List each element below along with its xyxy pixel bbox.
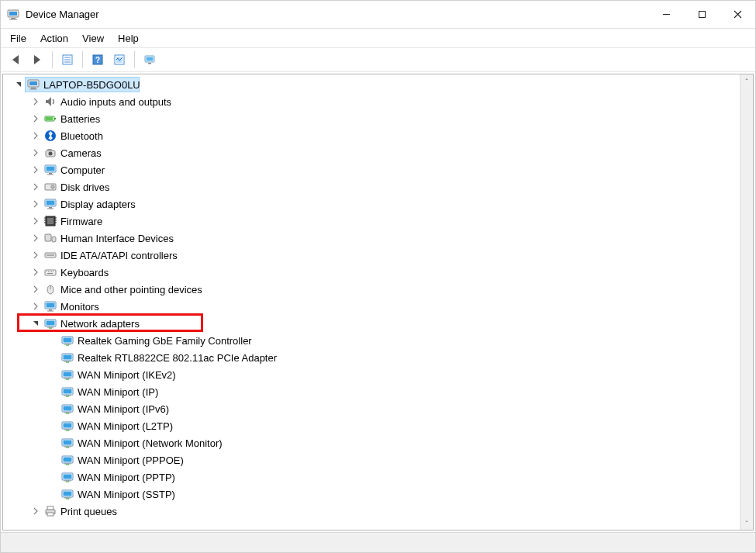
minimize-button[interactable] <box>648 1 684 28</box>
tree-category-ide-ata-atapi-controllers[interactable]: IDE ATA/ATAPI controllers <box>3 247 740 264</box>
cameras-icon <box>43 146 57 160</box>
chevron-right-icon[interactable] <box>29 505 42 517</box>
tree-category-print-queues[interactable]: Print queues <box>3 503 740 520</box>
computer-icon <box>43 163 57 177</box>
network-adapter-icon <box>60 470 74 484</box>
display-adapters-icon <box>43 197 57 211</box>
tree-category-human-interface-devices[interactable]: Human Interface Devices <box>3 230 740 247</box>
network-adapters-icon <box>43 316 57 330</box>
toolbar <box>1 47 755 72</box>
tree-category-bluetooth[interactable]: Bluetooth <box>3 127 740 144</box>
tree-device-label: WAN Miniport (SSTP) <box>78 489 175 500</box>
app-icon <box>7 9 19 21</box>
window-title: Device Manager <box>26 9 99 20</box>
scan-button[interactable] <box>109 50 129 70</box>
tree-category-keyboards[interactable]: Keyboards <box>3 264 740 281</box>
tree-device-label: Realtek Gaming GbE Family Controller <box>78 335 252 347</box>
tree-category-label: Batteries <box>60 113 100 125</box>
disk-drives-icon <box>43 180 57 194</box>
tree-device[interactable]: WAN Miniport (IP) <box>3 383 740 400</box>
tree-category-label: Audio inputs and outputs <box>60 96 171 108</box>
properties-button[interactable] <box>57 50 78 70</box>
tree-device-label: Realtek RTL8822CE 802.11ac PCIe Adapter <box>78 352 277 364</box>
tree-device[interactable]: WAN Miniport (IPv6) <box>3 400 740 417</box>
network-adapter-icon <box>60 334 74 347</box>
tree-device[interactable]: WAN Miniport (L2TP) <box>3 417 740 434</box>
view-devices-button[interactable] <box>140 50 160 70</box>
vertical-scrollbar[interactable]: ˆ ˇ <box>740 74 753 530</box>
tree-device[interactable]: WAN Miniport (Network Monitor) <box>3 434 740 451</box>
tree-category-display-adapters[interactable]: Display adapters <box>3 195 740 213</box>
chevron-right-icon[interactable] <box>29 181 42 193</box>
network-adapter-icon <box>60 453 74 467</box>
mice-and-other-pointing-devices-icon <box>43 282 57 296</box>
tree-device[interactable]: Realtek Gaming GbE Family Controller <box>3 332 740 349</box>
tree-category-label: Mice and other pointing devices <box>60 284 202 296</box>
menu-help[interactable]: Help <box>113 31 148 46</box>
tree-device-label: WAN Miniport (L2TP) <box>78 420 173 432</box>
chevron-right-icon[interactable] <box>29 215 42 227</box>
tree-category-cameras[interactable]: Cameras <box>3 144 740 161</box>
tree-category-label: Disk drives <box>60 181 110 193</box>
chevron-right-icon[interactable] <box>29 300 42 313</box>
batteries-icon <box>43 112 57 126</box>
tree-category-label: Human Interface Devices <box>60 233 174 244</box>
chevron-right-icon[interactable] <box>29 95 42 108</box>
chevron-right-icon[interactable] <box>29 130 42 142</box>
chevron-right-icon[interactable] <box>29 232 42 244</box>
toolbar-separator <box>134 51 135 68</box>
forward-button[interactable] <box>27 50 47 70</box>
menu-action[interactable]: Action <box>36 31 78 46</box>
maximize-button[interactable] <box>684 1 720 28</box>
network-adapter-icon <box>60 368 74 382</box>
scroll-down-icon[interactable]: ˇ <box>740 517 753 530</box>
tree-root[interactable]: LAPTOP-B5DGO0LU <box>3 76 740 93</box>
device-tree[interactable]: LAPTOP-B5DGO0LUAudio inputs and outputsB… <box>3 74 740 530</box>
tree-category-batteries[interactable]: Batteries <box>3 110 740 127</box>
chevron-right-icon[interactable] <box>29 164 42 176</box>
tree-device-label: WAN Miniport (Network Monitor) <box>78 437 223 449</box>
tree-device[interactable]: WAN Miniport (IKEv2) <box>3 366 740 383</box>
menu-file[interactable]: File <box>5 31 36 46</box>
tree-category-firmware[interactable]: Firmware <box>3 213 740 230</box>
window-controls <box>648 1 755 28</box>
tree-device[interactable]: WAN Miniport (SSTP) <box>3 486 740 503</box>
menu-view[interactable]: View <box>78 31 113 46</box>
tree-device-label: WAN Miniport (IPv6) <box>78 403 169 415</box>
computer-icon <box>26 78 40 92</box>
tree-device[interactable]: Realtek RTL8822CE 802.11ac PCIe Adapter <box>3 349 740 366</box>
help-button[interactable] <box>88 50 108 70</box>
chevron-right-icon[interactable] <box>29 112 42 125</box>
chevron-right-icon[interactable] <box>29 266 42 278</box>
tree-category-label: Display adapters <box>60 199 136 210</box>
tree-category-mice-and-other-pointing-devices[interactable]: Mice and other pointing devices <box>3 281 740 298</box>
close-button[interactable] <box>720 1 755 28</box>
bluetooth-icon <box>43 129 57 143</box>
chevron-right-icon[interactable] <box>29 147 42 159</box>
tree-device[interactable]: WAN Miniport (PPPOE) <box>3 451 740 468</box>
network-adapter-icon <box>60 419 74 433</box>
back-button[interactable] <box>5 50 26 70</box>
chevron-right-icon[interactable] <box>29 198 42 210</box>
tree-device[interactable]: WAN Miniport (PPTP) <box>3 468 740 486</box>
chevron-right-icon[interactable] <box>29 249 42 261</box>
print-queues-icon <box>43 504 57 518</box>
tree-category-disk-drives[interactable]: Disk drives <box>3 178 740 195</box>
scroll-up-icon[interactable]: ˆ <box>740 74 753 88</box>
tree-category-computer[interactable]: Computer <box>3 161 740 178</box>
tree-category-network-adapters[interactable]: Network adapters <box>3 315 740 332</box>
tree-category-monitors[interactable]: Monitors <box>3 298 740 315</box>
tree-category-label: Cameras <box>60 147 102 159</box>
chevron-down-icon[interactable] <box>29 317 42 330</box>
chevron-down-icon[interactable] <box>12 78 25 91</box>
tree-category-audio-inputs-and-outputs[interactable]: Audio inputs and outputs <box>3 93 740 110</box>
tree-category-label: Firmware <box>60 216 102 227</box>
tree-category-label: Keyboards <box>60 267 109 278</box>
tree-device-label: WAN Miniport (PPPOE) <box>78 454 184 466</box>
toolbar-separator <box>82 51 83 68</box>
chevron-right-icon[interactable] <box>29 283 42 296</box>
tree-category-label: Print queues <box>60 506 117 517</box>
tree-category-label: Monitors <box>60 301 99 313</box>
human-interface-devices-icon <box>43 231 57 245</box>
tree-device-label: WAN Miniport (PPTP) <box>78 472 175 483</box>
